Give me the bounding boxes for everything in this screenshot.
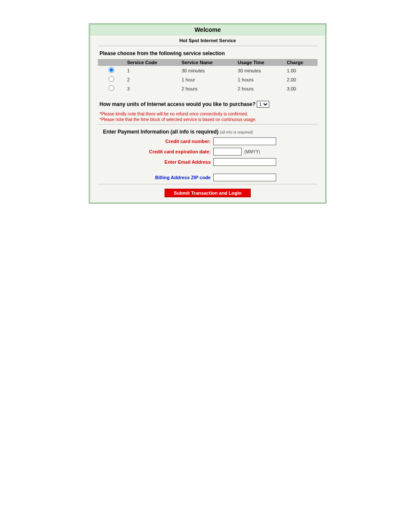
service-radio[interactable] — [109, 85, 114, 91]
cell-charge: 3.00 — [284, 84, 318, 93]
cell-name: 30 minutes — [179, 66, 235, 75]
cell-charge: 2.00 — [284, 75, 318, 84]
zip-label: Billing Address ZIP code — [103, 175, 213, 180]
email-input[interactable] — [213, 158, 276, 166]
cc-number-row: Credit card number: — [103, 137, 318, 145]
col-service-code: Service Code — [125, 59, 179, 66]
table-header-row: Service Code Service Name Usage Time Cha… — [98, 59, 318, 66]
cell-usage: 2 hours — [235, 84, 284, 93]
table-row: 32 hours2 hours3.00 — [98, 84, 318, 93]
cell-charge: 1.00 — [284, 66, 318, 75]
payment-title-hint: (all info is required) — [220, 130, 253, 134]
payment-title-text: Enter Payment Information (all info is r… — [103, 129, 218, 135]
divider — [98, 184, 318, 184]
divider — [98, 124, 318, 124]
submit-wrap: Submit Transaction and Login — [90, 189, 325, 197]
table-row: 21 hour1 hours2.00 — [98, 75, 318, 84]
email-label: Enter Email Address — [103, 159, 213, 165]
payment-panel: Welcome Hot Spot Internet Service Please… — [89, 23, 327, 204]
zip-input[interactable] — [213, 174, 276, 181]
payment-title: Enter Payment Information (all info is r… — [103, 129, 318, 135]
zip-row: Billing Address ZIP code — [103, 174, 318, 181]
cell-usage: 1 hours — [235, 75, 284, 84]
units-select[interactable]: 1 — [257, 101, 269, 108]
table-row: 130 minutes30 minutes1.00 — [98, 66, 318, 75]
cc-number-label: Credit card number: — [103, 139, 213, 144]
cell-name: 1 hour — [179, 75, 235, 84]
cc-number-input[interactable] — [213, 137, 276, 145]
service-subtitle: Hot Spot Internet Service — [90, 35, 325, 44]
units-question-row: How many units of Internet access would … — [100, 101, 318, 108]
col-usage-time: Usage Time — [235, 59, 284, 66]
col-service-name: Service Name — [179, 59, 235, 66]
cell-usage: 30 minutes — [235, 66, 284, 75]
col-charge: Charge — [284, 59, 318, 66]
divider — [98, 46, 318, 46]
service-table: Service Code Service Name Usage Time Cha… — [98, 59, 318, 93]
cell-code: 2 — [125, 75, 179, 84]
service-section-title: Please choose from the following service… — [100, 50, 325, 56]
service-radio[interactable] — [109, 67, 114, 73]
email-row: Enter Email Address — [103, 158, 318, 166]
cell-name: 2 hours — [179, 84, 235, 93]
cc-exp-label: Credit card expiration date: — [103, 149, 213, 154]
col-blank — [98, 59, 125, 66]
timeblock-note: *Please note that the time block of sele… — [100, 117, 318, 122]
service-radio[interactable] — [109, 76, 114, 82]
submit-button[interactable]: Submit Transaction and Login — [165, 189, 251, 197]
payment-section: Enter Payment Information (all info is r… — [103, 129, 318, 181]
cell-code: 1 — [125, 66, 179, 75]
cc-exp-input[interactable] — [213, 148, 242, 156]
refund-note: *Please kindly note that there will be n… — [100, 111, 318, 117]
cell-code: 3 — [125, 84, 179, 93]
cc-exp-row: Credit card expiration date: (MMYY) — [103, 148, 318, 156]
units-question-label: How many units of Internet access would … — [100, 101, 255, 107]
cc-exp-hint: (MMYY) — [244, 149, 260, 154]
welcome-title: Welcome — [90, 25, 325, 35]
